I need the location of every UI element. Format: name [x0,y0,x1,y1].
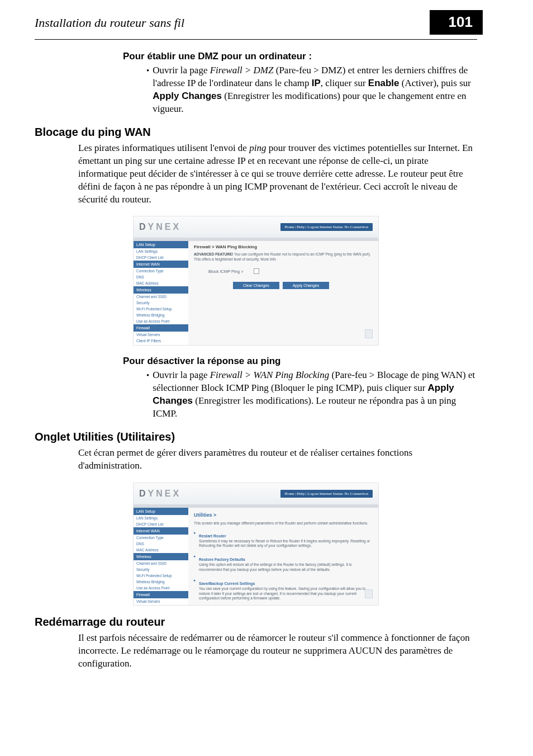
wan-ping-paragraph: Les pirates informatiques utilisent l'en… [78,142,477,206]
text: Les pirates informatiques utilisent l'en… [78,143,249,153]
utilities-heading: Onglet Utilities (Utilitaires) [35,431,477,443]
text-bold: Enable [368,78,399,88]
nav-item: Connection Type [134,268,188,274]
ping-disable-bullet: Ouvrir la page Firewall > WAN Ping Block… [153,369,477,420]
util-item-heading: Restore Factory Defaults [199,557,373,561]
arrow-icon: ▸ [194,554,196,577]
bullet-icon: • [146,64,149,116]
nav-section: LAN Setup [134,241,188,248]
nav-item: Wi-Fi Protected Setup [134,573,188,579]
dmz-bullet-text: Ouvrir la page Firewall > DMZ (Pare-feu … [153,64,477,116]
wan-ping-heading: Blocage du ping WAN [35,126,477,139]
page-curl-icon [365,589,373,598]
router-logo: DYNEX [139,489,181,499]
text: Ouvrir la page [153,370,210,380]
router-logo: DYNEX [139,222,181,232]
bullet-icon: • [146,369,149,420]
util-item-text: Sometimes it may be necessary to Reset o… [199,539,373,549]
nav-item: Use as Access Point [134,585,188,591]
restart-heading: Redémarrage du routeur [35,616,477,629]
ping-disable-heading: Pour désactiver la réponse au ping [123,356,477,367]
arrow-icon: ▸ [194,578,196,605]
router-top-links: Home | Help | Logout Internet Status: No… [280,223,373,231]
router-main-panel: Firewall > WAN Ping Blocking ADVANCED FE… [188,241,378,345]
page-number: 101 [430,10,483,35]
dmz-heading: Pour établir une DMZ pour un ordinateur … [123,51,477,62]
nav-item: MAC Address [134,280,188,286]
logo-text: YNEX [148,489,182,498]
screenshot-wan-ping: DYNEX Home | Help | Logout Internet Stat… [133,216,379,346]
text-italic: Firewall > WAN Ping Blocking [210,370,330,380]
nav-section: Firewall [134,591,188,598]
nav-item: Security [134,566,188,573]
nav-item: Connection Type [134,535,188,541]
page-section-title: Installation du routeur sans fil [35,16,184,30]
clear-changes-button: Clear Changes [233,282,279,289]
arrow-icon: ▸ [194,531,196,553]
nav-item: MAC Address [134,547,188,553]
router-sidebar: LAN Setup LAN Settings DHCP Client List … [134,241,188,345]
screenshot-utilities: DYNEX Home | Help | Logout Internet Stat… [133,483,379,606]
text-bold: ADVANCED FEATURE! [194,252,234,256]
nav-section: Wireless [134,286,188,294]
nav-item: Channel and SSID [134,294,188,300]
page-curl-icon [365,329,373,338]
nav-item: Wireless Bridging [134,312,188,318]
nav-item: Client IP Filters [134,604,188,606]
text-italic: Firewall > DMZ [210,65,274,75]
nav-section: Internet WAN [134,527,188,535]
nav-item: Virtual Servers [134,598,188,604]
nav-section: Firewall [134,324,188,332]
feature-note: ADVANCED FEATURE! You can configure the … [194,252,373,262]
nav-item: LAN Settings [134,248,188,254]
text: , cliquer sur [321,78,368,88]
nav-item: DNS [134,274,188,280]
text: Ouvrir la page [153,65,210,75]
logo-text: YNEX [148,222,182,231]
nav-item: DNS [134,541,188,547]
nav-item: Client IP Filters [134,338,188,344]
nav-item: MAC Address Filtering [134,344,188,346]
restart-paragraph: Il est parfois nécessaire de redémarrer … [78,632,477,670]
nav-item: DHCP Client List [134,254,188,261]
util-item-text: You can save your current configuration … [199,587,373,601]
nav-section: Wireless [134,553,188,560]
utilities-paragraph: Cet écran permet de gérer divers paramèt… [78,447,477,472]
text-bold: Apply Changes [153,91,222,101]
util-item-heading: Restart Router [199,534,373,538]
router-top-links: Home | Help | Logout Internet Status: No… [280,490,373,498]
block-icmp-label: Block ICMP Ping > [208,269,244,274]
nav-item: Security [134,300,188,306]
text: (Enregistrer les modifications). Le rout… [153,395,456,419]
block-icmp-checkbox [254,268,259,274]
nav-section: Internet WAN [134,261,188,268]
nav-item: Use as Access Point [134,318,188,324]
nav-section: LAN Setup [134,508,188,515]
utilities-crumb: Utilities > [194,512,373,518]
nav-item: Wi-Fi Protected Setup [134,306,188,312]
utilities-intro: This screen lets you manage different pa… [194,521,373,526]
text: (Activer), puis sur [399,78,471,88]
router-main-panel: Utilities > This screen lets you manage … [188,508,378,605]
router-sidebar: LAN Setup LAN Settings DHCP Client List … [134,508,188,605]
breadcrumb: Firewall > WAN Ping Blocking [194,244,373,249]
nav-item: Channel and SSID [134,560,188,566]
util-item-text: Using this option will restore all of th… [199,563,373,572]
nav-item: LAN Settings [134,515,188,521]
text-italic: ping [249,143,266,153]
text-bold: IP [312,78,321,88]
util-item-heading: Save/Backup Current Settings [199,582,373,585]
nav-item: Virtual Servers [134,332,188,338]
nav-item: Wireless Bridging [134,579,188,585]
apply-changes-button: Apply Changes [283,282,329,289]
nav-item: DHCP Client List [134,521,188,527]
